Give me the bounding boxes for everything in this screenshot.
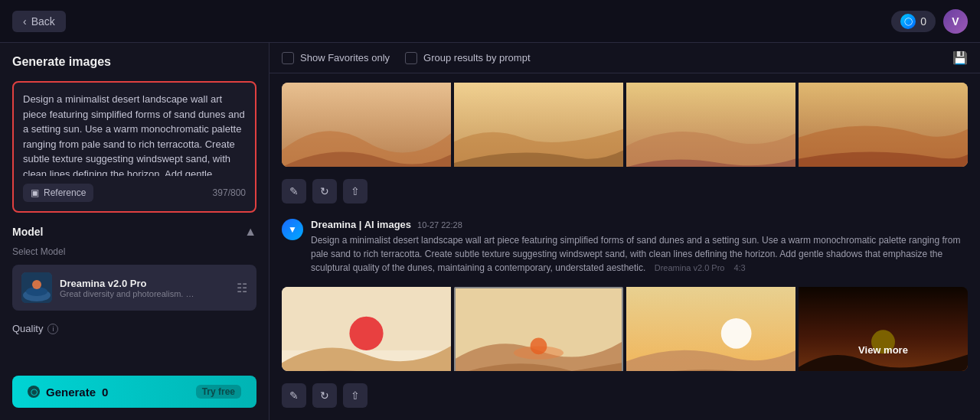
svg-point-3 [32,280,41,289]
model-section: Model ▲ Select Model Dreamina v2.0 Pro G… [12,225,256,311]
coin-badge: ◯ 0 [891,11,936,32]
model-header: Model ▲ [12,225,256,239]
image-cell-2-2[interactable] [454,287,623,371]
upload-button-2[interactable]: ⇧ [343,383,368,408]
refresh-button-2[interactable]: ↻ [312,383,337,408]
header: ‹ Back ◯ 0 V [0,0,980,43]
content-area: Show Favorites only Group results by pro… [270,43,980,420]
prompt-full-text: Design a minimalist desert landscape wal… [311,233,968,275]
image-cell-2-3[interactable] [626,287,795,371]
view-more-overlay[interactable]: View more [799,287,968,371]
sidebar-title: Generate images [12,55,256,69]
avatar-letter: V [952,15,959,28]
model-settings-icon[interactable]: ☷ [237,281,247,295]
reference-button[interactable]: ▣ Reference [23,184,93,202]
refresh-button-1[interactable]: ↻ [312,179,337,203]
svg-point-13 [531,338,547,355]
image-grid-2: View more [282,287,968,371]
quality-info-icon: i [47,324,58,334]
try-free-badge: Try free [196,385,241,399]
prompt-ratio-tag: 4:3 [733,262,745,275]
collapse-icon[interactable]: ▲ [244,225,256,239]
group-toggle[interactable]: Group results by prompt [405,52,530,64]
prompt-info-content: Dreamina | AI images 10-27 22:28 Design … [311,219,968,275]
model-card[interactable]: Dreamina v2.0 Pro Great diversity and ph… [12,265,256,311]
prompt-info-row: ▼ Dreamina | AI images 10-27 22:28 Desig… [282,216,968,278]
group-label: Group results by prompt [423,52,530,63]
select-model-label: Select Model [12,246,256,257]
prompt-info-header: Dreamina | AI images 10-27 22:28 [311,219,968,230]
action-bar-2: ✎ ↻ ⇧ [282,380,968,411]
image-cell-2-1[interactable] [282,287,451,371]
prompt-box[interactable]: Design a minimalist desert landscape wal… [12,81,256,213]
dreamina-icon: ▼ [282,219,303,240]
quality-row: Quality i [12,323,256,334]
image-cell-2-4[interactable]: View more [799,287,968,371]
favorites-label: Show Favorites only [300,52,390,63]
model-thumbnail [21,272,52,303]
prompt-model-tag: Dreamina v2.0 Pro [655,262,725,275]
avatar[interactable]: V [943,9,968,34]
model-name: Dreamina v2.0 Pro [60,278,229,289]
coin-count: 0 [920,15,926,28]
model-description: Great diversity and photorealism. Of... [60,289,198,298]
image-cell-1-3[interactable] [626,83,795,167]
prompt-text: Design a minimalist desert landscape wal… [23,92,246,176]
sidebar: Generate images Design a minimalist dese… [0,43,270,420]
content-topbar: Show Favorites only Group results by pro… [270,43,980,73]
prompt-time: 10-27 22:28 [417,220,462,230]
topbar-left: Show Favorites only Group results by pro… [282,52,531,64]
quality-label: Quality [12,323,43,334]
image-cell-1-4[interactable] [799,83,968,167]
prompt-meta: Dreamina v2.0 Pro 4:3 [655,262,746,275]
generate-label: Generate [46,386,96,399]
model-info: Dreamina v2.0 Pro Great diversity and ph… [60,278,229,298]
reference-label: Reference [44,187,86,198]
svg-point-10 [349,317,383,350]
model-section-title: Model [12,226,43,238]
upload-button-1[interactable]: ⇧ [343,179,368,203]
image-cell-1-2[interactable] [454,83,623,167]
svg-point-15 [721,318,752,349]
action-bar-1: ✎ ↻ ⇧ [282,176,968,207]
prompt-footer: ▣ Reference 397/800 [23,184,246,202]
reference-icon: ▣ [31,187,39,198]
favorites-toggle[interactable]: Show Favorites only [282,52,390,64]
favorites-checkbox[interactable] [282,52,294,64]
image-cell-1-1[interactable] [282,83,451,167]
view-more-label: View more [858,344,908,356]
char-count: 397/800 [213,187,246,198]
generate-coin-icon: ◯ [28,386,40,398]
coin-icon: ◯ [900,14,916,29]
main-layout: Generate images Design a minimalist dese… [0,43,980,420]
prompt-service: Dreamina | AI images [311,219,411,230]
header-right: ◯ 0 V [891,9,968,34]
save-icon[interactable]: 💾 [952,50,968,65]
back-label: Back [31,15,55,28]
spacer [12,347,256,363]
generate-button[interactable]: ◯ Generate 0 Try free [12,376,256,408]
edit-button-2[interactable]: ✎ [282,383,306,408]
generate-coin-count: 0 [102,386,108,399]
back-button[interactable]: ‹ Back [12,11,66,32]
image-grid-1 [282,83,968,167]
group-checkbox[interactable] [405,52,417,64]
back-chevron-icon: ‹ [23,15,27,28]
edit-button-1[interactable]: ✎ [282,179,306,203]
images-area: ✎ ↻ ⇧ ▼ Dreamina | AI images 10-27 22:28… [270,73,980,420]
generate-left: ◯ Generate 0 [28,386,108,399]
